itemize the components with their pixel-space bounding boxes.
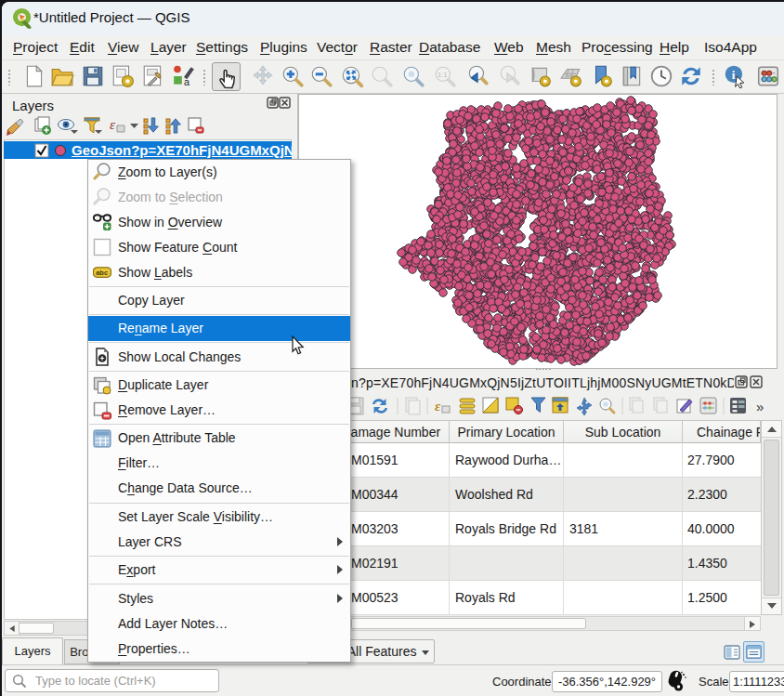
- svg-text:i: i: [732, 68, 736, 82]
- svg-text:»: »: [756, 399, 764, 414]
- svg-text:abc: abc: [96, 269, 108, 277]
- svg-text:ε: ε: [110, 117, 115, 132]
- svg-text:1:1: 1:1: [438, 71, 448, 79]
- svg-text:ε: ε: [435, 399, 441, 414]
- svg-text:a: a: [184, 76, 190, 87]
